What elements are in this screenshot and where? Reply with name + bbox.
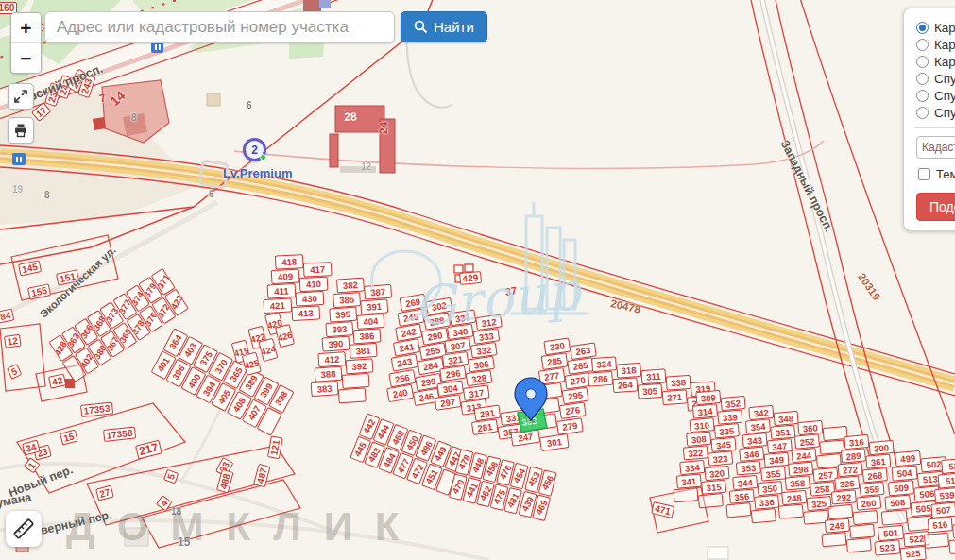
parcel-cell[interactable]: 381: [349, 343, 377, 359]
parcel-cell[interactable]: [725, 502, 751, 518]
parcel-label[interactable]: 6: [209, 189, 214, 199]
zoom-out-button[interactable]: −: [11, 43, 41, 73]
parcel-cell[interactable]: 382: [336, 277, 365, 293]
parcel-cell[interactable]: 272: [837, 462, 862, 477]
parcel-cell[interactable]: 345: [710, 437, 736, 452]
parcel-cell[interactable]: 386: [352, 328, 381, 344]
parcel-cell[interactable]: 298: [788, 462, 813, 477]
parcel-cell[interactable]: 341: [675, 473, 701, 488]
layer-option-4[interactable]: Спутн: [916, 88, 955, 103]
parcel-cell[interactable]: 315: [701, 479, 726, 494]
parcel-cell[interactable]: 52: [941, 457, 955, 473]
parcel-cell[interactable]: 330: [543, 337, 571, 355]
parcel-cell[interactable]: 348: [773, 410, 798, 425]
parcel-cell[interactable]: 418: [275, 254, 304, 270]
parcel-cell[interactable]: [777, 503, 803, 518]
parcel-cell[interactable]: 421: [263, 297, 292, 314]
parcel-cell[interactable]: 276: [559, 402, 587, 420]
parcel-label[interactable]: 18: [171, 506, 181, 517]
parcel-cell[interactable]: 499: [895, 450, 921, 466]
parcel-cell[interactable]: 351: [770, 424, 795, 439]
parcel-label[interactable]: 42: [48, 373, 66, 388]
parcel-label[interactable]: 17358: [103, 426, 136, 441]
parcel-cell[interactable]: 281: [471, 418, 499, 435]
parcel-cell[interactable]: 350: [757, 480, 782, 495]
parcel-label[interactable]: 8: [131, 112, 137, 123]
parcel-cell[interactable]: 51: [937, 472, 955, 488]
parcel-label[interactable]: 28: [344, 110, 357, 124]
parcel-label[interactable]: 19: [12, 184, 23, 195]
parcel-cell[interactable]: [530, 413, 557, 431]
parcel-cell[interactable]: 361: [865, 453, 891, 468]
parcel-cell[interactable]: 305: [638, 383, 663, 399]
parcel-cell[interactable]: 296: [439, 365, 467, 382]
parcel-cell[interactable]: 409: [270, 268, 299, 284]
fullscreen-button[interactable]: [8, 83, 34, 110]
print-button[interactable]: [8, 117, 34, 144]
parcel-cell[interactable]: 392: [345, 358, 373, 374]
parcel-cell[interactable]: 353: [735, 461, 760, 476]
parcel-cell[interactable]: 322: [682, 446, 708, 461]
parcel-cell[interactable]: 324: [591, 356, 617, 372]
parcel-cell[interactable]: 244: [791, 448, 816, 463]
parcel-cell[interactable]: 337: [449, 309, 476, 326]
parcel-cell[interactable]: 285: [540, 352, 568, 370]
parcel-cell[interactable]: 356: [728, 488, 754, 503]
parcel-cell[interactable]: [849, 523, 875, 538]
parcel-cell[interactable]: 291: [473, 404, 501, 421]
parcel-cell[interactable]: 316: [844, 433, 869, 449]
share-button[interactable]: Подел: [916, 193, 955, 221]
parcel-cell[interactable]: 390: [321, 336, 350, 352]
parcel-cell[interactable]: [924, 532, 949, 548]
parcel-cell[interactable]: [827, 503, 853, 518]
parcel-cell[interactable]: 343: [742, 433, 767, 448]
parcel-label[interactable]: 7: [98, 92, 108, 105]
parcel-cell[interactable]: 289: [841, 448, 866, 463]
parcel-cell[interactable]: 539: [934, 487, 955, 503]
parcel-cell[interactable]: 338: [666, 374, 691, 390]
parcel-cell[interactable]: 309: [695, 389, 721, 404]
parcel-cell[interactable]: 430: [295, 291, 324, 307]
layer-option-5[interactable]: Спутн: [916, 105, 955, 120]
parcel-cell[interactable]: [821, 532, 846, 547]
parcel-cell[interactable]: 252: [794, 433, 820, 449]
parcel-cell[interactable]: 355: [760, 467, 786, 482]
parcel-label[interactable]: 27: [95, 485, 114, 501]
parcel-cell[interactable]: 256: [388, 368, 416, 386]
parcel-cell[interactable]: [533, 398, 560, 416]
parcel-label[interactable]: 121: [267, 436, 283, 460]
parcel-cell[interactable]: 334: [679, 459, 705, 474]
parcel-cell[interactable]: 308: [686, 432, 711, 447]
parcel-cell[interactable]: 387: [364, 283, 392, 299]
search-input[interactable]: [44, 11, 395, 43]
parcel-label[interactable]: 155: [27, 283, 51, 299]
parcel-label[interactable]: 24: [378, 122, 391, 135]
poi-cluster-badge[interactable]: 2: [243, 138, 266, 161]
parcel-cell[interactable]: 352: [720, 395, 745, 410]
parcel-cell[interactable]: 326: [834, 476, 860, 491]
parcel-cell[interactable]: 358: [784, 476, 810, 491]
parcel-cell[interactable]: 332: [470, 342, 498, 359]
parcel-cell[interactable]: 286: [588, 370, 613, 386]
parcel-label[interactable]: 471: [651, 501, 674, 518]
parcel-cell[interactable]: [852, 509, 878, 524]
parcel-cell[interactable]: 335: [714, 423, 740, 438]
parcel-cell[interactable]: 385: [333, 292, 361, 308]
parcel-cell[interactable]: 383: [310, 381, 338, 397]
parcel-cell[interactable]: 328: [465, 370, 492, 387]
measure-button[interactable]: [6, 511, 42, 547]
layer-option-1[interactable]: Карта: [916, 37, 955, 52]
layer-option-0[interactable]: Карта: [916, 20, 955, 35]
parcel-cell[interactable]: 504: [891, 465, 917, 481]
parcel-label[interactable]: 4: [156, 496, 172, 512]
parcel-cell[interactable]: 391: [360, 298, 388, 314]
parcel-cell[interactable]: 347: [767, 438, 793, 453]
thematic-checkbox-row[interactable]: Темат: [918, 167, 955, 181]
parcel-label[interactable]: 429: [459, 271, 482, 285]
parcel-label[interactable]: 12: [4, 334, 22, 348]
parcel-cell[interactable]: 507: [930, 502, 955, 518]
parcel-cell[interactable]: [341, 373, 369, 389]
parcel-cell[interactable]: 323: [708, 451, 733, 467]
parcel-cell[interactable]: 340: [447, 323, 474, 340]
parcel-label[interactable]: 14: [108, 89, 128, 110]
